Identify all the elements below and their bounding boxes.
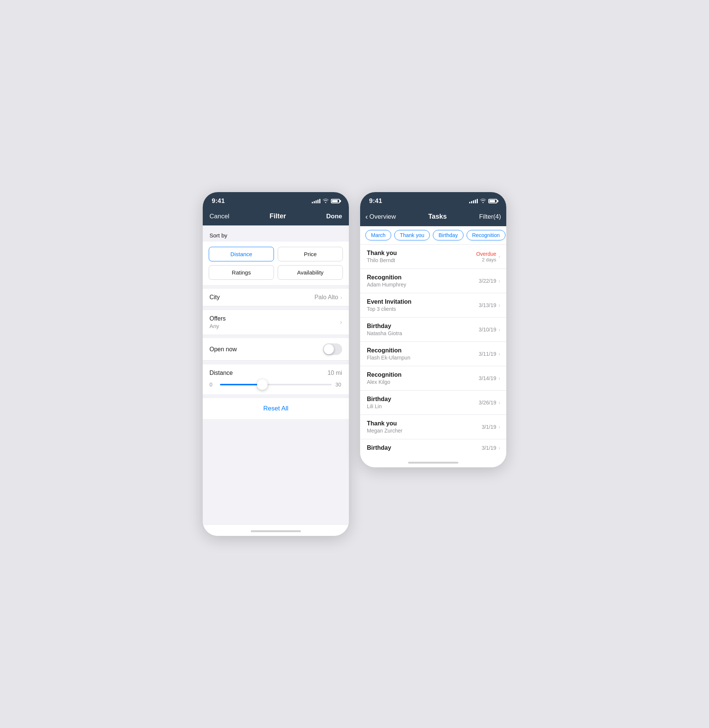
tasks-signal-bars-icon (469, 199, 478, 203)
distance-label: Distance (209, 370, 233, 376)
task-person: Natasha Giotra (367, 330, 479, 336)
wifi-icon (323, 198, 329, 204)
reset-section: Reset All (203, 398, 349, 419)
offers-section[interactable]: Offers Any › (203, 310, 349, 334)
task-date-overdue: Overdue (476, 251, 497, 257)
tasks-time: 9:41 (369, 197, 382, 205)
city-chevron-icon: › (340, 294, 342, 300)
city-label: City (209, 294, 220, 301)
task-item[interactable]: Thank you Thilo Berndt Overdue 2 days › (360, 245, 506, 269)
battery-icon (331, 199, 340, 203)
task-type: Recognition (367, 347, 479, 354)
sort-distance-button[interactable]: Distance (209, 247, 274, 261)
sort-by-label: Sort by (203, 225, 349, 242)
back-label: Overview (369, 213, 396, 221)
task-chevron-icon: › (498, 400, 500, 406)
sort-buttons-group: Distance Price Ratings Availability (203, 242, 349, 285)
city-value: Palo Alto (314, 294, 338, 301)
task-date: 3/13/19 (479, 302, 497, 308)
task-chevron-icon: › (498, 254, 500, 260)
tasks-nav-bar: ‹ Overview Tasks Filter(4) (360, 209, 506, 226)
task-chevron-icon: › (498, 327, 500, 333)
sort-ratings-button[interactable]: Ratings (209, 265, 274, 280)
filter-tag-birthday[interactable]: Birthday (433, 230, 463, 240)
task-person: Alex Kilgo (367, 379, 479, 385)
filter-phone: 9:41 (203, 192, 349, 536)
offers-label: Offers (209, 315, 226, 322)
tasks-home-bar (408, 462, 458, 464)
distance-slider[interactable] (220, 384, 332, 385)
task-item[interactable]: Event Invitation Top 3 clients 3/13/19 › (360, 293, 506, 318)
done-button[interactable]: Done (326, 213, 343, 220)
task-person: Lili Lin (367, 403, 479, 409)
task-date: 3/22/19 (479, 278, 497, 284)
tasks-home-indicator (360, 456, 506, 467)
slider-container: 0 30 (209, 382, 342, 388)
filter-time: 9:41 (212, 197, 225, 205)
cancel-button[interactable]: Cancel (209, 213, 229, 220)
tasks-status-icons (469, 198, 497, 204)
separator-1 (203, 285, 349, 289)
city-row[interactable]: City Palo Alto › (203, 289, 349, 306)
task-item[interactable]: Recognition Adam Humphrey 3/22/19 › (360, 269, 506, 293)
slider-min-label: 0 (209, 382, 216, 388)
task-date: 3/26/19 (479, 400, 497, 406)
open-now-label: Open now (209, 346, 237, 353)
task-date: 3/11/19 (479, 351, 497, 357)
task-item[interactable]: Birthday Natasha Giotra 3/10/19 › (360, 318, 506, 342)
task-date: 3/10/19 (479, 327, 497, 333)
filter-nav-bar: Cancel Filter Done (203, 209, 349, 225)
task-item[interactable]: Recognition Alex Kilgo 3/14/19 › (360, 366, 506, 391)
task-type: Event Invitation (367, 298, 479, 305)
offers-row: Offers Any › (209, 315, 342, 329)
task-type: Birthday (367, 445, 482, 451)
sort-price-button[interactable]: Price (278, 247, 343, 261)
task-type: Thank you (367, 420, 482, 427)
filter-tags-bar: March Thank you Birthday Recognition Ti.… (360, 226, 506, 245)
distance-header: Distance 10 mi (209, 370, 342, 376)
task-item[interactable]: Thank you Megan Zurcher 3/1/19 › (360, 415, 506, 439)
filter-button[interactable]: Filter(4) (479, 213, 501, 221)
open-now-toggle[interactable] (323, 343, 342, 355)
distance-section: Distance 10 mi 0 30 (203, 364, 349, 394)
task-type: Birthday (367, 396, 479, 403)
task-date: 3/1/19 (482, 445, 496, 451)
filter-tag-march[interactable]: March (365, 230, 391, 240)
phones-container: 9:41 (203, 192, 506, 536)
back-button[interactable]: ‹ Overview (365, 212, 396, 221)
back-chevron-icon: ‹ (365, 212, 368, 221)
tasks-battery-icon (488, 199, 497, 203)
task-type: Recognition (367, 371, 479, 378)
task-chevron-icon: › (498, 302, 500, 308)
task-date: 3/1/19 (482, 424, 496, 430)
task-person: Flash Ek-Ularnpun (367, 355, 479, 361)
slider-fill (220, 384, 262, 385)
offers-chevron-icon: › (340, 318, 342, 326)
filter-home-indicator (203, 525, 349, 536)
task-item[interactable]: Recognition Flash Ek-Ularnpun 3/11/19 › (360, 342, 506, 366)
task-chevron-icon: › (498, 278, 500, 284)
filter-status-bar: 9:41 (203, 192, 349, 209)
filter-tag-recognition[interactable]: Recognition (467, 230, 506, 240)
task-item[interactable]: Birthday Lili Lin 3/26/19 › (360, 391, 506, 415)
filter-status-icons (312, 198, 340, 204)
task-sub-date: 2 days (476, 257, 497, 263)
toggle-thumb (324, 344, 334, 354)
task-type: Birthday (367, 323, 479, 330)
task-person: Megan Zurcher (367, 428, 482, 434)
filter-tag-thankyou[interactable]: Thank you (394, 230, 430, 240)
task-date: 3/14/19 (479, 375, 497, 381)
distance-value: 10 mi (328, 370, 342, 376)
task-person: Thilo Berndt (367, 257, 476, 263)
task-person: Adam Humphrey (367, 282, 479, 288)
filter-title: Filter (269, 212, 286, 220)
task-chevron-icon: › (498, 424, 500, 430)
reset-all-button[interactable]: Reset All (263, 405, 288, 412)
tasks-status-bar: 9:41 (360, 192, 506, 209)
task-item[interactable]: Birthday 3/1/19 › (360, 439, 506, 456)
city-value-group: Palo Alto › (314, 294, 342, 301)
slider-thumb[interactable] (257, 379, 268, 390)
tasks-wifi-icon (480, 198, 486, 204)
open-now-row: Open now (203, 338, 349, 361)
sort-availability-button[interactable]: Availability (278, 265, 343, 280)
